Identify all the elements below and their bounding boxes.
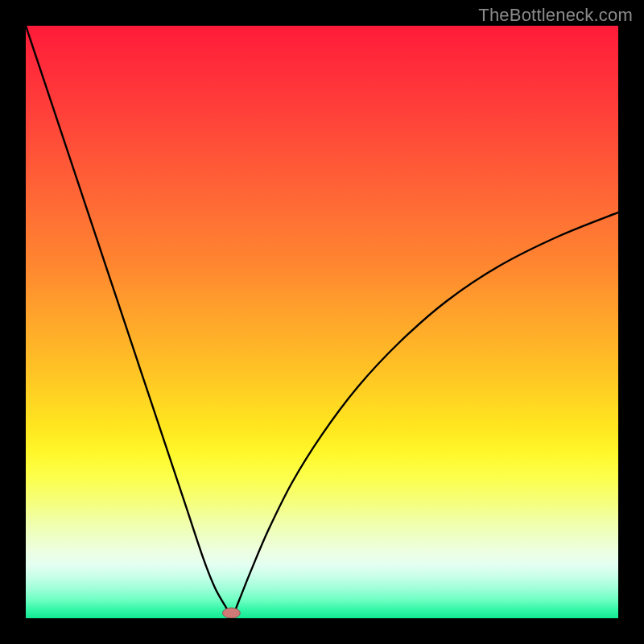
bottleneck-curve: [26, 26, 618, 618]
watermark-text: TheBottleneck.com: [478, 5, 633, 26]
plot-area: [26, 26, 618, 618]
chart-frame: TheBottleneck.com: [0, 0, 644, 644]
minimum-marker: [222, 608, 240, 618]
